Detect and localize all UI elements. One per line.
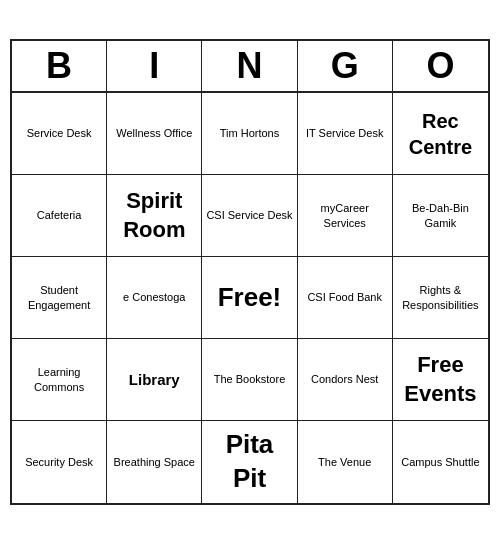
header-letter: B <box>12 41 107 91</box>
header-letter: O <box>393 41 488 91</box>
bingo-cell: Be-Dah-Bin Gamik <box>393 175 488 257</box>
bingo-cell: Security Desk <box>12 421 107 503</box>
bingo-cell: The Bookstore <box>202 339 297 421</box>
bingo-cell: Rights & Responsibilities <box>393 257 488 339</box>
bingo-cell: e Conestoga <box>107 257 202 339</box>
bingo-cell: Spirit Room <box>107 175 202 257</box>
bingo-grid: Service DeskWellness OfficeTim HortonsIT… <box>12 93 488 503</box>
bingo-cell: CSI Service Desk <box>202 175 297 257</box>
bingo-cell: Pita Pit <box>202 421 297 503</box>
bingo-cell: Free Events <box>393 339 488 421</box>
bingo-cell: Breathing Space <box>107 421 202 503</box>
bingo-cell: Tim Hortons <box>202 93 297 175</box>
bingo-cell: The Venue <box>298 421 393 503</box>
bingo-cell: Library <box>107 339 202 421</box>
header-letter: G <box>298 41 393 91</box>
bingo-cell: Rec Centre <box>393 93 488 175</box>
bingo-cell: Condors Nest <box>298 339 393 421</box>
bingo-cell: Wellness Office <box>107 93 202 175</box>
bingo-card: BINGO Service DeskWellness OfficeTim Hor… <box>10 39 490 505</box>
bingo-cell: Cafeteria <box>12 175 107 257</box>
bingo-cell: CSI Food Bank <box>298 257 393 339</box>
bingo-cell: Free! <box>202 257 297 339</box>
bingo-cell: Campus Shuttle <box>393 421 488 503</box>
bingo-cell: Learning Commons <box>12 339 107 421</box>
bingo-header: BINGO <box>12 41 488 93</box>
header-letter: N <box>202 41 297 91</box>
bingo-cell: Student Engagement <box>12 257 107 339</box>
bingo-cell: myCareer Services <box>298 175 393 257</box>
bingo-cell: IT Service Desk <box>298 93 393 175</box>
header-letter: I <box>107 41 202 91</box>
bingo-cell: Service Desk <box>12 93 107 175</box>
